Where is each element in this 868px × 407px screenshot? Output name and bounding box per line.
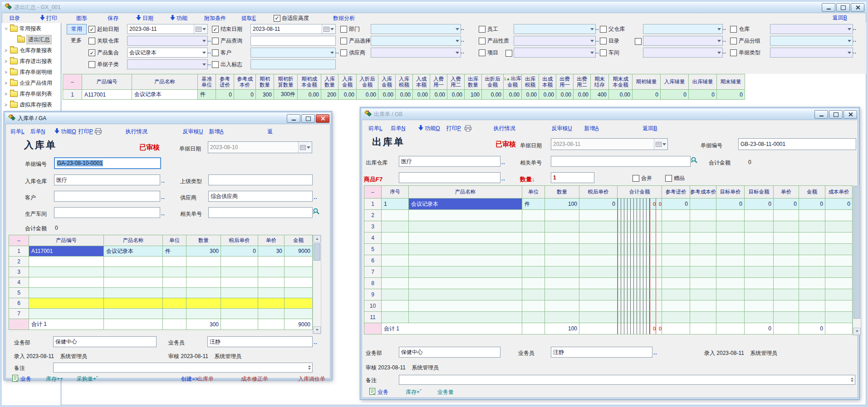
cell-value-27[interactable]: 0 <box>717 90 745 100</box>
sidebar-item-4[interactable]: >库存进出报表 <box>2 56 61 67</box>
column-header-18[interactable]: 出库税额 <box>522 74 539 90</box>
cell-tax-price[interactable]: 0 <box>579 199 618 210</box>
row-number[interactable]: 2 <box>364 210 382 221</box>
empty-cell[interactable] <box>221 298 258 309</box>
chevron-down-icon[interactable] <box>201 36 207 45</box>
empty-cell[interactable] <box>258 298 284 309</box>
cell-hidden-columns[interactable] <box>618 221 662 233</box>
maximize-button[interactable] <box>829 110 843 119</box>
column-header-7[interactable]: 入库数量 <box>321 74 338 90</box>
cell-value-9[interactable]: 0.00 <box>357 90 378 100</box>
calendar-icon[interactable] <box>194 24 207 34</box>
filter-checkbox[interactable] <box>730 38 737 44</box>
row-number[interactable]: 5 <box>364 244 382 255</box>
filter-field-产品集合[interactable]: 会议记录本 <box>127 48 208 58</box>
empty-cell[interactable] <box>545 221 579 233</box>
empty-cell[interactable] <box>799 278 825 289</box>
cell-value-2[interactable]: 0 <box>216 90 234 100</box>
filter-checkbox[interactable] <box>730 49 737 56</box>
empty-cell[interactable] <box>382 300 409 312</box>
gb-toolbar-item-8[interactable]: 新增A <box>584 125 598 132</box>
empty-cell[interactable] <box>579 289 618 300</box>
ga-toolbar-item-7[interactable]: 反审核U <box>183 128 203 136</box>
filter-field-出入标志[interactable] <box>250 59 336 69</box>
empty-cell[interactable] <box>825 233 853 244</box>
search-icon[interactable] <box>691 156 698 165</box>
empty-cell[interactable] <box>690 266 716 278</box>
spinner[interactable] <box>308 365 312 370</box>
empty-cell[interactable] <box>716 289 745 300</box>
filter-pre-checkbox[interactable] <box>505 50 512 57</box>
column-header-10[interactable]: 入库金额 <box>378 74 396 90</box>
empty-cell[interactable] <box>799 244 825 255</box>
empty-cell[interactable] <box>221 257 258 267</box>
ga-toolbar-item-9[interactable]: 返 <box>267 128 273 136</box>
empty-cell[interactable] <box>662 221 690 233</box>
menu-item-5[interactable]: 日期 <box>136 15 153 22</box>
column-header-16[interactable]: 出折后金额 <box>482 74 504 90</box>
empty-cell[interactable] <box>382 221 409 233</box>
gb-column-header-1[interactable]: – <box>364 186 382 199</box>
cell-product-name[interactable]: 会议记录本 <box>409 199 522 210</box>
empty-cell[interactable] <box>163 257 186 267</box>
gb-warehouse-field[interactable]: 医疗 <box>399 156 500 167</box>
cell-value-5[interactable]: 300件 <box>274 90 298 100</box>
close-button[interactable] <box>316 114 329 123</box>
gb-toolbar-item-9[interactable]: 返回B <box>642 125 657 132</box>
menu-item-2[interactable]: 打印 <box>40 15 57 22</box>
gb-footer-link-业务[interactable]: 业务 <box>378 388 388 396</box>
ga-footer-link-采购量+ˇ[interactable]: 采购量+ˇ <box>77 375 98 383</box>
empty-cell[interactable] <box>186 267 221 277</box>
gb-column-header-6[interactable]: 税后单价 <box>579 186 618 199</box>
empty-cell[interactable] <box>799 233 825 244</box>
cell-qty[interactable]: 300 <box>186 246 221 257</box>
menu-item-1[interactable]: 目录 <box>9 15 20 22</box>
chevron-down-icon[interactable] <box>201 48 207 57</box>
ga-column-header-7[interactable]: 单价 <box>258 235 284 246</box>
column-header-12[interactable]: 入成本额 <box>413 74 430 90</box>
gb-column-header-5[interactable]: 数量 <box>545 186 579 199</box>
minimize-button[interactable] <box>814 110 828 119</box>
empty-cell[interactable] <box>29 298 104 309</box>
row-number[interactable]: 4 <box>9 277 29 288</box>
ga-docno-field[interactable]: GA-23-08-10-0001 <box>54 157 161 169</box>
empty-cell[interactable] <box>382 233 409 244</box>
column-header-26[interactable]: 出库辅量 <box>689 74 717 90</box>
gb-toolbar-item-4[interactable]: 打印P <box>446 125 461 132</box>
row-number[interactable]: 11 <box>364 312 382 323</box>
cell-amount[interactable]: 0 <box>799 199 825 210</box>
cell-value-26[interactable]: 0 <box>689 90 717 100</box>
lookup-dots[interactable]: .. <box>161 178 165 184</box>
empty-cell[interactable] <box>745 278 774 289</box>
calendar-icon[interactable] <box>298 142 312 153</box>
gb-column-header-3[interactable]: 产品名称 <box>409 186 522 199</box>
cell-value-24[interactable]: 0 <box>633 90 661 100</box>
chevron-down-icon[interactable] <box>454 36 461 45</box>
filter-checkbox[interactable] <box>340 38 347 44</box>
tree-expander-icon[interactable]: > <box>4 102 8 107</box>
column-header-8[interactable]: 入库金额 <box>338 74 357 90</box>
filter-field-关联仓库[interactable] <box>127 36 208 46</box>
column-header-21[interactable]: 出费用二 <box>574 74 591 90</box>
column-header-17[interactable]: 1▲出库金额 <box>504 74 522 90</box>
column-header-19[interactable]: 出成本额 <box>539 74 556 90</box>
row-number[interactable]: 7 <box>364 266 382 278</box>
empty-cell[interactable] <box>284 309 313 319</box>
empty-cell[interactable] <box>690 221 716 233</box>
empty-cell[interactable] <box>522 266 545 278</box>
lookup-dots[interactable]: .. <box>207 37 211 43</box>
filter-field-产品分组[interactable] <box>770 36 853 46</box>
gb-column-header-13[interactable]: 金额 <box>799 186 825 199</box>
menu-item-10[interactable]: 数据分析 <box>333 15 355 22</box>
empty-cell[interactable] <box>662 255 690 266</box>
gb-footer-link-库存+ˇ[interactable]: 库存+ˇ <box>406 388 422 396</box>
chevron-down-icon[interactable] <box>716 36 722 45</box>
empty-cell[interactable] <box>545 233 579 244</box>
gb-remark-field[interactable] <box>399 375 855 385</box>
empty-cell[interactable] <box>579 300 618 312</box>
cell-value-6[interactable]: 0.00 <box>298 90 321 100</box>
row-number[interactable]: 1 <box>364 199 382 210</box>
column-header-2[interactable]: 参考进价 <box>216 74 234 90</box>
empty-cell[interactable] <box>258 309 284 319</box>
lookup-dots[interactable]: .. <box>722 48 726 55</box>
